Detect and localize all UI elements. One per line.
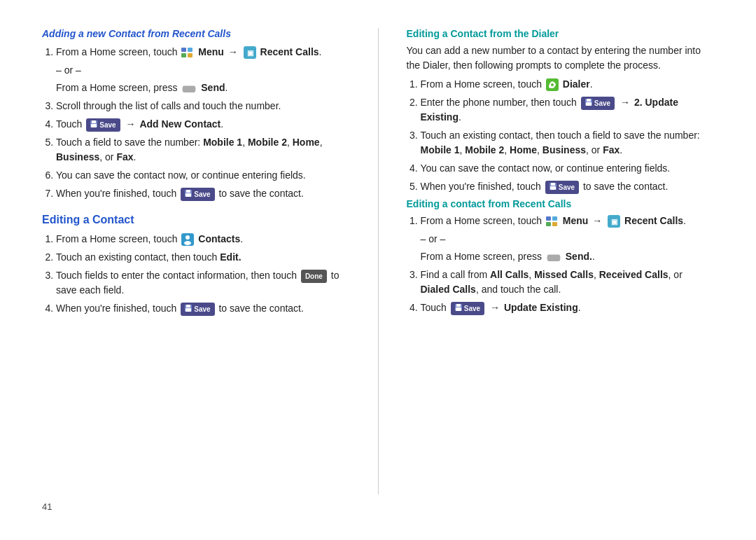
send-label: Send <box>201 82 225 93</box>
svg-text:▣: ▣ <box>611 218 617 226</box>
svg-rect-7 <box>92 120 96 123</box>
editing-dialer-intro: You can add a new number to a contact by… <box>407 43 715 73</box>
editing-dialer-steps: From a Home screen, touch Dialer. Enter … <box>407 77 715 194</box>
add-new-contact-label: Add New Contact <box>139 118 220 130</box>
editing-recent-steps: From a Home screen, touch Menu → <box>407 214 715 315</box>
save-button[interactable]: Save <box>581 97 615 110</box>
save-button[interactable]: Save <box>181 303 214 316</box>
arrow: → <box>592 215 602 226</box>
save-button[interactable]: Save <box>86 118 120 132</box>
phone-icon <box>546 251 561 261</box>
editing-contact-steps: From a Home screen, touch Contacts. Touc… <box>42 232 350 316</box>
svg-rect-16 <box>186 305 190 307</box>
section-adding-contact: Adding a new Contact from Recent Calls F… <box>42 28 350 201</box>
update-existing-label: Update Existing <box>504 302 578 313</box>
list-item: From a Home screen, touch Dialer. <box>421 77 715 92</box>
contacts-label: Contacts <box>198 233 240 244</box>
list-item: Touch an existing contact, then touch Ed… <box>56 250 350 265</box>
editing-dialer-title: Editing a Contact from the Dialer <box>407 28 715 39</box>
editing-contact-title: Editing a Contact <box>42 214 350 226</box>
menu-label: Menu <box>198 46 224 57</box>
arrow: → <box>126 118 136 130</box>
recent-calls-label: Recent Calls <box>260 46 319 57</box>
svg-rect-21 <box>587 99 591 102</box>
phone-icon <box>181 83 197 92</box>
svg-text:▣: ▣ <box>246 49 253 57</box>
svg-rect-8 <box>91 124 97 127</box>
update-existing-label: 2. Update Existing <box>421 97 678 123</box>
svg-rect-1 <box>188 48 192 52</box>
save-icon-small <box>185 304 192 314</box>
adding-contact-steps: From a Home screen, touch Menu → <box>42 45 350 201</box>
editing-recent-title: Editing a contact from Recent Calls <box>407 198 715 209</box>
list-item: Find a call from All Calls, Missed Calls… <box>421 268 715 297</box>
list-item: – or – From a Home screen, press Send.. <box>407 232 715 264</box>
section-editing-contact: Editing a Contact From a Home screen, to… <box>42 214 350 316</box>
list-item: Touch an existing contact, then touch a … <box>421 128 715 158</box>
columns: Adding a new Contact from Recent Calls F… <box>42 28 714 494</box>
svg-rect-24 <box>551 183 555 186</box>
section-editing-dialer: Editing a Contact from the Dialer You ca… <box>407 28 715 194</box>
arrow: → <box>228 46 238 57</box>
list-item: Touch a field to save the number: Mobile… <box>56 135 350 165</box>
menu-icon <box>546 216 559 226</box>
svg-rect-33 <box>456 304 461 307</box>
or-divider: – or – <box>56 63 350 78</box>
svg-rect-29 <box>552 222 557 226</box>
svg-point-13 <box>186 235 190 240</box>
svg-rect-25 <box>550 186 556 190</box>
svg-rect-34 <box>456 307 461 311</box>
send-label: Send. <box>566 251 592 262</box>
page: Adding a new Contact from Recent Calls F… <box>0 0 756 540</box>
list-item: When you're finished, touch Save to save… <box>56 301 350 316</box>
svg-rect-10 <box>186 190 190 193</box>
list-item: From a Home screen, touch Menu → <box>421 214 715 228</box>
recent-calls-icon: ▣ <box>244 46 256 59</box>
arrow: → <box>620 97 630 108</box>
list-item: Touch fields to enter the contact inform… <box>56 268 350 298</box>
svg-rect-22 <box>586 102 592 106</box>
save-button[interactable]: Save <box>545 181 579 194</box>
contacts-icon <box>181 233 194 246</box>
save-button[interactable]: Save <box>451 302 484 315</box>
dialer-icon <box>546 78 559 91</box>
recent-calls-icon: ▣ <box>608 215 620 228</box>
save-icon-small <box>550 182 556 193</box>
list-item: Touch Save → Add New Contact. <box>56 117 350 132</box>
adding-contact-title: Adding a new Contact from Recent Calls <box>42 28 350 39</box>
or-divider: – or – <box>421 232 715 247</box>
page-number: 41 <box>42 501 714 512</box>
list-item: You can save the contact now, or continu… <box>421 161 715 176</box>
svg-rect-27 <box>552 216 557 221</box>
list-item: Scroll through the list of calls and tou… <box>56 99 350 113</box>
save-button[interactable]: Save <box>181 188 214 201</box>
column-divider <box>378 28 379 494</box>
list-item: You can save the contact now, or continu… <box>56 168 350 183</box>
list-item: From a Home screen, touch Contacts. <box>56 232 350 247</box>
list-item: When you're finished, touch Save to save… <box>421 179 715 194</box>
list-item: Touch Save → Update Existing. <box>421 300 715 315</box>
svg-rect-28 <box>546 222 551 226</box>
svg-rect-26 <box>546 216 551 221</box>
svg-rect-0 <box>181 48 186 52</box>
dialer-label: Dialer <box>563 78 590 90</box>
left-column: Adding a new Contact from Recent Calls F… <box>42 28 350 494</box>
recent-calls-label: Recent Calls <box>624 215 683 226</box>
save-icon-small <box>585 98 592 109</box>
right-column: Editing a Contact from the Dialer You ca… <box>407 28 715 494</box>
menu-label: Menu <box>563 215 589 226</box>
svg-rect-17 <box>186 308 191 312</box>
save-icon-small <box>455 303 462 314</box>
section-editing-recent: Editing a contact from Recent Calls From… <box>407 198 715 315</box>
done-button[interactable]: Done <box>301 270 327 283</box>
list-item: – or – From a Home screen, press Send. <box>42 63 350 95</box>
svg-point-19 <box>551 83 554 86</box>
svg-rect-11 <box>186 193 191 197</box>
svg-rect-2 <box>181 53 186 57</box>
menu-icon <box>181 47 194 57</box>
save-icon-small <box>185 189 192 200</box>
svg-point-14 <box>184 241 191 245</box>
save-icon-small <box>90 120 97 130</box>
list-item: Enter the phone number, then touch Save … <box>421 95 715 125</box>
arrow: → <box>490 302 500 313</box>
